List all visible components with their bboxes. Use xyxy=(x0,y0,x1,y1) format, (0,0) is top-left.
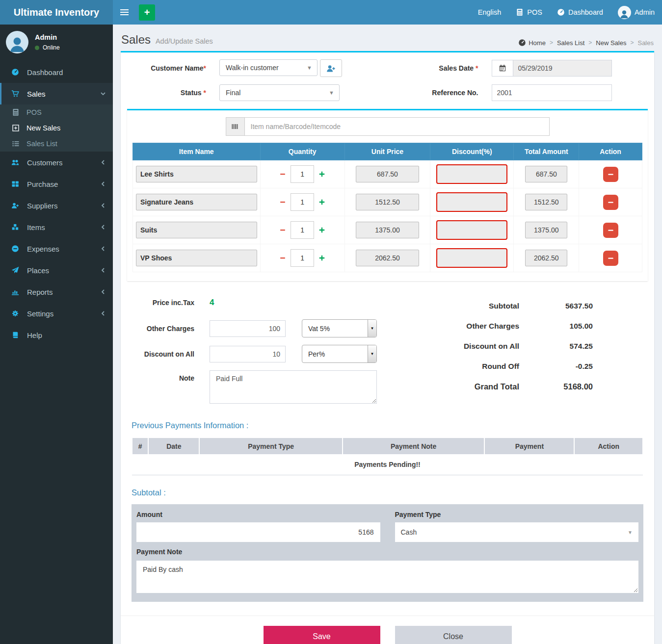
increase-qty-button[interactable] xyxy=(318,227,325,233)
app-logo[interactable]: Ultimate Inventory xyxy=(0,0,113,25)
chevron-down-icon: ▼ xyxy=(302,65,312,71)
other-charges-input[interactable] xyxy=(210,320,286,337)
amount-label: Amount xyxy=(136,511,380,518)
sidebar-item-sales-list[interactable]: Sales List xyxy=(0,136,113,152)
payment-type-select[interactable]: Cash ▼ xyxy=(395,522,639,542)
quick-add-button[interactable]: + xyxy=(139,4,155,21)
save-button[interactable]: Save xyxy=(264,626,380,644)
total-amount-field xyxy=(525,166,567,182)
payments-table: # Date Payment Type Payment Note Payment… xyxy=(132,437,643,475)
items-box: Item Name Quantity Unit Price Discount(%… xyxy=(127,109,648,281)
language-menu[interactable]: English xyxy=(471,0,509,25)
chevron-left-icon xyxy=(99,180,106,188)
quantity-input[interactable] xyxy=(291,249,314,267)
note-textarea[interactable]: Paid Full xyxy=(210,370,377,404)
sidebar-item-help[interactable]: Help xyxy=(0,324,113,346)
user-plus-icon xyxy=(11,202,23,209)
calendar-icon[interactable] xyxy=(492,60,513,77)
minus-circle-icon xyxy=(11,245,23,253)
decrease-qty-button[interactable] xyxy=(279,199,286,206)
other-charges-value: 105.00 xyxy=(519,322,593,331)
sidebar-item-expenses[interactable]: Expenses xyxy=(0,238,113,259)
remove-item-button[interactable] xyxy=(603,167,618,182)
other-charges-tax-select[interactable]: Vat 5% ▼ xyxy=(302,319,377,337)
increase-qty-button[interactable] xyxy=(318,199,325,206)
sales-form-box: Customer Name* Walk-in customer ▼ Sales … xyxy=(121,51,654,644)
remove-item-button[interactable] xyxy=(603,223,618,238)
sidebar-item-pos[interactable]: POS xyxy=(0,104,113,120)
add-customer-button[interactable] xyxy=(320,59,342,77)
sidebar-item-settings[interactable]: Settings xyxy=(0,303,113,324)
chevron-left-icon xyxy=(99,266,106,274)
decrease-qty-button[interactable] xyxy=(279,255,286,261)
breadcrumb-new-sales[interactable]: New Sales xyxy=(596,39,626,47)
payment-note-textarea[interactable]: Paid By cash xyxy=(136,561,638,593)
sidebar-item-dashboard[interactable]: Dashboard xyxy=(0,61,113,83)
sidebar-item-items[interactable]: Items xyxy=(0,216,113,238)
sidebar-item-purchase[interactable]: Purchase xyxy=(0,173,113,195)
navbar: + English POS Dashboard Adm xyxy=(113,0,662,25)
quantity-input[interactable] xyxy=(291,193,314,211)
discount-input[interactable] xyxy=(436,192,507,212)
barcode-icon xyxy=(226,117,244,136)
hamburger-icon xyxy=(120,8,129,17)
reference-no-input[interactable] xyxy=(492,84,612,101)
discount-input[interactable] xyxy=(436,164,507,184)
sidebar: Admin Online Dashboard Sales POS xyxy=(0,25,113,644)
page-heading: Sales Add/Update Sales xyxy=(121,33,213,47)
discount-input[interactable] xyxy=(436,220,507,240)
quantity-input[interactable] xyxy=(291,165,314,183)
nav-pos-link[interactable]: POS xyxy=(508,0,550,25)
page-subtitle: Add/Update Sales xyxy=(156,37,213,45)
sidebar-item-suppliers[interactable]: Suppliers xyxy=(0,195,113,216)
sidebar-item-reports[interactable]: Reports xyxy=(0,281,113,303)
nav-dashboard-link[interactable]: Dashboard xyxy=(550,0,610,25)
items-table: Item Name Quantity Unit Price Discount(%… xyxy=(132,143,642,272)
reference-no-label: Reference No. xyxy=(388,89,478,97)
dashboard-icon xyxy=(11,68,23,76)
sidebar-item-new-sales[interactable]: New Sales xyxy=(0,120,113,136)
grid-icon xyxy=(11,180,23,188)
increase-qty-button[interactable] xyxy=(318,255,325,261)
amount-input[interactable] xyxy=(136,522,380,542)
gear-icon xyxy=(11,309,23,317)
calculator-icon xyxy=(516,8,524,16)
unit-price-field xyxy=(356,166,419,182)
unit-price-field xyxy=(356,222,419,238)
user-menu[interactable]: Admin xyxy=(610,0,662,25)
remove-item-button[interactable] xyxy=(603,251,618,266)
remove-item-button[interactable] xyxy=(603,195,618,210)
cart-icon xyxy=(11,90,23,98)
discount-input[interactable] xyxy=(436,248,507,268)
bar-chart-icon xyxy=(11,288,23,296)
increase-qty-button[interactable] xyxy=(318,171,325,178)
close-button[interactable]: Close xyxy=(395,626,512,644)
payment-entry-section: Subtotal : Amount Payment Type Cash ▼ xyxy=(121,485,654,612)
breadcrumb: Home > Sales List > New Sales > Sales xyxy=(518,39,654,47)
users-icon xyxy=(11,158,23,166)
payment-type-label: Payment Type xyxy=(395,511,639,518)
sidebar-item-places[interactable]: Places xyxy=(0,259,113,281)
sidebar-item-customers[interactable]: Customers xyxy=(0,152,113,173)
sidebar-item-sales[interactable]: Sales xyxy=(0,83,113,104)
breadcrumb-sales-list[interactable]: Sales List xyxy=(557,39,584,47)
item-search-input[interactable] xyxy=(244,117,550,136)
customer-name-select[interactable]: Walk-in customer ▼ xyxy=(219,59,318,76)
chevron-left-icon xyxy=(99,309,106,317)
discount-on-all-label: Discount on All xyxy=(135,350,194,358)
sales-submenu: POS New Sales Sales List xyxy=(0,104,113,152)
unit-price-field xyxy=(356,250,419,266)
page-title: Sales xyxy=(121,33,151,46)
decrease-qty-button[interactable] xyxy=(279,171,286,178)
breadcrumb-home[interactable]: Home xyxy=(518,39,546,47)
status-select[interactable]: Final ▼ xyxy=(219,84,340,101)
total-amount-field xyxy=(525,222,567,238)
discount-type-select[interactable]: Per% ▼ xyxy=(302,345,377,363)
list-icon xyxy=(12,140,23,148)
quantity-input[interactable] xyxy=(291,221,314,239)
item-name-field xyxy=(136,222,257,238)
decrease-qty-button[interactable] xyxy=(279,227,286,233)
sidebar-toggle-button[interactable] xyxy=(113,0,136,25)
sales-date-input[interactable] xyxy=(513,60,612,77)
discount-on-all-input[interactable] xyxy=(210,346,286,362)
